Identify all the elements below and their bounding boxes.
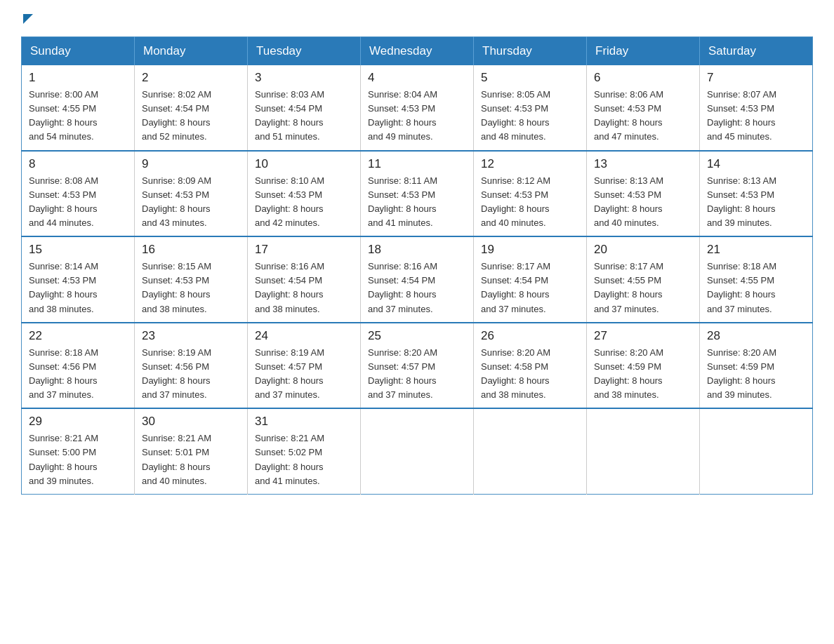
calendar-table: Sunday Monday Tuesday Wednesday Thursday… [21, 36, 813, 495]
day-info: Sunrise: 8:19 AMSunset: 4:57 PMDaylight:… [255, 346, 353, 403]
table-row: 13Sunrise: 8:13 AMSunset: 4:53 PMDayligh… [587, 151, 700, 237]
page-header [21, 14, 813, 22]
calendar-week-row: 15Sunrise: 8:14 AMSunset: 4:53 PMDayligh… [22, 236, 813, 323]
day-info: Sunrise: 8:07 AMSunset: 4:53 PMDaylight:… [707, 88, 805, 145]
calendar-week-row: 1Sunrise: 8:00 AMSunset: 4:55 PMDaylight… [22, 65, 813, 151]
table-row: 2Sunrise: 8:02 AMSunset: 4:54 PMDaylight… [135, 65, 248, 151]
table-row: 24Sunrise: 8:19 AMSunset: 4:57 PMDayligh… [248, 323, 361, 409]
day-info: Sunrise: 8:16 AMSunset: 4:54 PMDaylight:… [255, 260, 353, 316]
col-thursday: Thursday [474, 37, 587, 66]
day-info: Sunrise: 8:20 AMSunset: 4:57 PMDaylight:… [368, 346, 466, 403]
table-row: 15Sunrise: 8:14 AMSunset: 4:53 PMDayligh… [22, 236, 135, 323]
logo-arrow-icon [23, 14, 33, 24]
day-info: Sunrise: 8:15 AMSunset: 4:53 PMDaylight:… [142, 260, 240, 316]
day-info: Sunrise: 8:03 AMSunset: 4:54 PMDaylight:… [255, 88, 353, 145]
col-friday: Friday [587, 37, 700, 66]
day-number: 30 [142, 415, 240, 429]
day-number: 29 [29, 415, 127, 429]
col-wednesday: Wednesday [361, 37, 474, 66]
day-number: 3 [255, 71, 353, 85]
table-row: 16Sunrise: 8:15 AMSunset: 4:53 PMDayligh… [135, 236, 248, 323]
day-number: 31 [255, 415, 353, 429]
table-row: 3Sunrise: 8:03 AMSunset: 4:54 PMDaylight… [248, 65, 361, 151]
day-number: 14 [707, 157, 805, 171]
day-info: Sunrise: 8:20 AMSunset: 4:59 PMDaylight:… [594, 346, 692, 403]
table-row: 29Sunrise: 8:21 AMSunset: 5:00 PMDayligh… [22, 408, 135, 494]
day-number: 18 [368, 243, 466, 257]
day-number: 15 [29, 243, 127, 257]
calendar-header-row: Sunday Monday Tuesday Wednesday Thursday… [22, 37, 813, 66]
day-info: Sunrise: 8:17 AMSunset: 4:54 PMDaylight:… [481, 260, 579, 316]
day-number: 26 [481, 329, 579, 343]
day-number: 22 [29, 329, 127, 343]
day-number: 12 [481, 157, 579, 171]
table-row: 22Sunrise: 8:18 AMSunset: 4:56 PMDayligh… [22, 323, 135, 409]
table-row: 28Sunrise: 8:20 AMSunset: 4:59 PMDayligh… [700, 323, 813, 409]
day-info: Sunrise: 8:21 AMSunset: 5:01 PMDaylight:… [142, 431, 240, 488]
table-row: 20Sunrise: 8:17 AMSunset: 4:55 PMDayligh… [587, 236, 700, 323]
day-info: Sunrise: 8:18 AMSunset: 4:56 PMDaylight:… [29, 346, 127, 403]
day-number: 6 [594, 71, 692, 85]
col-monday: Monday [135, 37, 248, 66]
col-saturday: Saturday [700, 37, 813, 66]
day-info: Sunrise: 8:05 AMSunset: 4:53 PMDaylight:… [481, 88, 579, 145]
day-number: 19 [481, 243, 579, 257]
calendar-week-row: 8Sunrise: 8:08 AMSunset: 4:53 PMDaylight… [22, 151, 813, 237]
table-row: 8Sunrise: 8:08 AMSunset: 4:53 PMDaylight… [22, 151, 135, 237]
day-info: Sunrise: 8:16 AMSunset: 4:54 PMDaylight:… [368, 260, 466, 316]
day-info: Sunrise: 8:20 AMSunset: 4:59 PMDaylight:… [707, 346, 805, 403]
table-row: 31Sunrise: 8:21 AMSunset: 5:02 PMDayligh… [248, 408, 361, 494]
day-number: 8 [29, 157, 127, 171]
day-number: 16 [142, 243, 240, 257]
day-info: Sunrise: 8:09 AMSunset: 4:53 PMDaylight:… [142, 174, 240, 231]
table-row: 19Sunrise: 8:17 AMSunset: 4:54 PMDayligh… [474, 236, 587, 323]
day-number: 1 [29, 71, 127, 85]
day-number: 7 [707, 71, 805, 85]
day-info: Sunrise: 8:08 AMSunset: 4:53 PMDaylight:… [29, 174, 127, 231]
col-tuesday: Tuesday [248, 37, 361, 66]
table-row: 25Sunrise: 8:20 AMSunset: 4:57 PMDayligh… [361, 323, 474, 409]
table-row: 1Sunrise: 8:00 AMSunset: 4:55 PMDaylight… [22, 65, 135, 151]
day-info: Sunrise: 8:19 AMSunset: 4:56 PMDaylight:… [142, 346, 240, 403]
table-row: 21Sunrise: 8:18 AMSunset: 4:55 PMDayligh… [700, 236, 813, 323]
table-row: 12Sunrise: 8:12 AMSunset: 4:53 PMDayligh… [474, 151, 587, 237]
day-number: 21 [707, 243, 805, 257]
day-info: Sunrise: 8:13 AMSunset: 4:53 PMDaylight:… [594, 174, 692, 231]
table-row [361, 408, 474, 494]
day-number: 9 [142, 157, 240, 171]
day-number: 24 [255, 329, 353, 343]
table-row: 9Sunrise: 8:09 AMSunset: 4:53 PMDaylight… [135, 151, 248, 237]
table-row: 23Sunrise: 8:19 AMSunset: 4:56 PMDayligh… [135, 323, 248, 409]
table-row: 10Sunrise: 8:10 AMSunset: 4:53 PMDayligh… [248, 151, 361, 237]
table-row: 26Sunrise: 8:20 AMSunset: 4:58 PMDayligh… [474, 323, 587, 409]
day-number: 20 [594, 243, 692, 257]
day-info: Sunrise: 8:10 AMSunset: 4:53 PMDaylight:… [255, 174, 353, 231]
table-row [474, 408, 587, 494]
day-info: Sunrise: 8:18 AMSunset: 4:55 PMDaylight:… [707, 260, 805, 316]
table-row: 18Sunrise: 8:16 AMSunset: 4:54 PMDayligh… [361, 236, 474, 323]
day-info: Sunrise: 8:14 AMSunset: 4:53 PMDaylight:… [29, 260, 127, 316]
day-number: 10 [255, 157, 353, 171]
table-row: 14Sunrise: 8:13 AMSunset: 4:53 PMDayligh… [700, 151, 813, 237]
table-row: 5Sunrise: 8:05 AMSunset: 4:53 PMDaylight… [474, 65, 587, 151]
day-info: Sunrise: 8:21 AMSunset: 5:02 PMDaylight:… [255, 431, 353, 488]
table-row: 6Sunrise: 8:06 AMSunset: 4:53 PMDaylight… [587, 65, 700, 151]
day-number: 13 [594, 157, 692, 171]
table-row: 27Sunrise: 8:20 AMSunset: 4:59 PMDayligh… [587, 323, 700, 409]
day-number: 17 [255, 243, 353, 257]
day-info: Sunrise: 8:21 AMSunset: 5:00 PMDaylight:… [29, 431, 127, 488]
day-number: 11 [368, 157, 466, 171]
day-number: 2 [142, 71, 240, 85]
day-number: 25 [368, 329, 466, 343]
table-row: 7Sunrise: 8:07 AMSunset: 4:53 PMDaylight… [700, 65, 813, 151]
calendar-week-row: 29Sunrise: 8:21 AMSunset: 5:00 PMDayligh… [22, 408, 813, 494]
table-row: 11Sunrise: 8:11 AMSunset: 4:53 PMDayligh… [361, 151, 474, 237]
day-info: Sunrise: 8:11 AMSunset: 4:53 PMDaylight:… [368, 174, 466, 231]
col-sunday: Sunday [22, 37, 135, 66]
day-info: Sunrise: 8:00 AMSunset: 4:55 PMDaylight:… [29, 88, 127, 145]
day-info: Sunrise: 8:17 AMSunset: 4:55 PMDaylight:… [594, 260, 692, 316]
day-info: Sunrise: 8:20 AMSunset: 4:58 PMDaylight:… [481, 346, 579, 403]
table-row: 17Sunrise: 8:16 AMSunset: 4:54 PMDayligh… [248, 236, 361, 323]
day-number: 28 [707, 329, 805, 343]
day-info: Sunrise: 8:12 AMSunset: 4:53 PMDaylight:… [481, 174, 579, 231]
